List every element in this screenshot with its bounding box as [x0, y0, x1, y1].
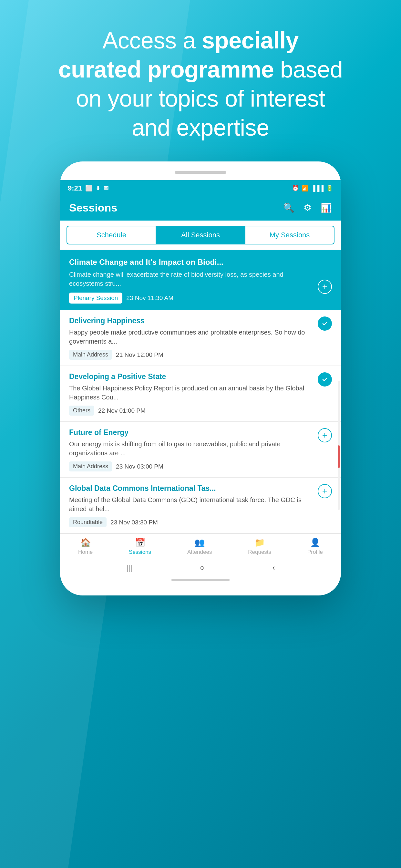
session-4-desc: Our energy mix is shifting from oil to g… — [69, 439, 314, 458]
tab-schedule[interactable]: Schedule — [66, 226, 156, 244]
session-2-meta: Main Address 21 Nov 12:00 PM — [69, 350, 314, 360]
app-header: Sessions 🔍 ⚙ 📊 — [60, 196, 341, 221]
session-4-title: Future of Energy — [69, 428, 314, 437]
alarm-icon: ⏰ — [292, 185, 299, 192]
hero-specially: specially — [202, 27, 299, 53]
nav-attendees[interactable]: 👥 Attendees — [187, 538, 212, 555]
attendees-nav-icon: 👥 — [194, 538, 205, 548]
session-item-4[interactable]: Future of Energy Our energy mix is shift… — [60, 422, 341, 477]
hero-based: based — [280, 57, 343, 82]
session-3-title: Developing a Positive State — [69, 372, 314, 381]
session-featured-desc: Climate change will exacerbate the rate … — [69, 270, 318, 288]
filter-icon[interactable]: ⚙ — [304, 203, 312, 213]
message-icon: ✉ — [104, 185, 109, 192]
search-icon[interactable]: 🔍 — [283, 203, 295, 213]
hero-line1: Access a — [102, 27, 202, 53]
session-5-add-button[interactable]: + — [318, 484, 332, 498]
scroll-indicator — [338, 381, 340, 510]
session-featured-date: 23 Nov 11:30 AM — [126, 294, 174, 302]
session-5-title: Global Data Commons International Tas... — [69, 484, 314, 493]
battery-icon: ⬜ — [85, 185, 92, 192]
session-3-check-button[interactable] — [318, 372, 332, 386]
nav-profile[interactable]: 👤 Profile — [307, 538, 323, 555]
home-indicator — [172, 579, 229, 581]
requests-nav-label: Requests — [248, 549, 271, 555]
nav-requests[interactable]: 📁 Requests — [248, 538, 271, 555]
download-icon: ⬇ — [96, 185, 100, 192]
session-4-date: 23 Nov 03:00 PM — [116, 463, 163, 470]
status-right: ⏰ 📶 ▐▐▐ 🔋 — [292, 185, 333, 192]
session-item-2[interactable]: Delivering Happiness Happy people make p… — [60, 310, 341, 366]
signal-icon: ▐▐▐ — [311, 185, 323, 192]
android-back-button[interactable]: ‹ — [272, 563, 275, 572]
sessions-nav-icon: 📅 — [135, 538, 145, 548]
home-nav-icon: 🏠 — [81, 538, 91, 548]
session-5-date: 23 Nov 03:30 PM — [111, 519, 158, 526]
profile-nav-icon: 👤 — [310, 538, 320, 548]
tabs-container: Schedule All Sessions My Sessions — [60, 221, 341, 250]
session-2-title: Delivering Happiness — [69, 316, 314, 325]
battery-full-icon: 🔋 — [326, 185, 333, 192]
attendees-nav-label: Attendees — [187, 549, 212, 555]
svg-point-0 — [321, 320, 328, 327]
hero-curated: curated programme — [58, 57, 274, 82]
session-2-date: 21 Nov 12:00 PM — [116, 351, 163, 359]
session-3-date: 22 Nov 01:00 PM — [98, 407, 146, 414]
session-2-check-button[interactable] — [318, 316, 332, 331]
session-featured-add-button[interactable]: + — [318, 280, 332, 294]
session-item-featured[interactable]: Climate Change and It's Impact on Biodi.… — [60, 250, 341, 310]
sessions-list: Climate Change and It's Impact on Biodi.… — [60, 250, 341, 533]
status-left: 9:21 ⬜ ⬇ ✉ — [68, 184, 109, 192]
session-5-desc: Meeting of the Global Data Commons (GDC)… — [69, 495, 314, 514]
session-5-badge: Roundtable — [69, 517, 106, 527]
session-2-desc: Happy people make productive communities… — [69, 328, 314, 346]
header-actions: 🔍 ⚙ 📊 — [283, 203, 332, 213]
nav-home[interactable]: 🏠 Home — [78, 538, 93, 555]
session-featured-meta: Plenary Session 23 Nov 11:30 AM — [69, 292, 318, 304]
android-home-button[interactable]: ○ — [200, 563, 205, 572]
session-2-badge: Main Address — [69, 350, 112, 360]
hero-section: Access a specially curated programme bas… — [33, 0, 369, 161]
session-featured-title: Climate Change and It's Impact on Biodi.… — [69, 258, 332, 267]
status-time: 9:21 — [68, 184, 82, 192]
session-5-meta: Roundtable 23 Nov 03:30 PM — [69, 517, 314, 527]
status-bar: 9:21 ⬜ ⬇ ✉ ⏰ 📶 ▐▐▐ 🔋 — [60, 180, 341, 196]
profile-nav-label: Profile — [307, 549, 323, 555]
app-title: Sessions — [69, 202, 117, 214]
hero-expertise: and expertise — [132, 115, 269, 141]
sessions-nav-label: Sessions — [129, 549, 151, 555]
requests-nav-icon: 📁 — [254, 538, 265, 548]
session-3-desc: The Global Happiness Policy Report is pr… — [69, 383, 314, 402]
hero-topics: on your topics of interest — [76, 86, 325, 112]
home-nav-label: Home — [78, 549, 93, 555]
session-item-3[interactable]: Developing a Positive State The Global H… — [60, 366, 341, 422]
android-navigation: ||| ○ ‹ — [60, 558, 341, 576]
chart-icon[interactable]: 📊 — [320, 203, 332, 213]
session-4-add-button[interactable]: + — [318, 428, 332, 442]
tab-all-sessions[interactable]: All Sessions — [156, 226, 245, 244]
nav-sessions[interactable]: 📅 Sessions — [129, 538, 151, 555]
session-4-meta: Main Address 23 Nov 03:00 PM — [69, 461, 314, 471]
svg-point-1 — [321, 376, 328, 383]
session-featured-badge: Plenary Session — [69, 292, 122, 304]
session-3-badge: Others — [69, 406, 94, 415]
wifi-icon: 📶 — [302, 185, 309, 192]
session-item-5[interactable]: Global Data Commons International Tas...… — [60, 477, 341, 533]
phone-mockup: 9:21 ⬜ ⬇ ✉ ⏰ 📶 ▐▐▐ 🔋 Sessions 🔍 ⚙ 📊 Sche… — [60, 161, 341, 595]
session-3-meta: Others 22 Nov 01:00 PM — [69, 406, 314, 415]
session-4-badge: Main Address — [69, 461, 112, 471]
android-recent-button[interactable]: ||| — [126, 563, 132, 572]
tab-my-sessions[interactable]: My Sessions — [245, 226, 335, 244]
bottom-navigation: 🏠 Home 📅 Sessions 👥 Attendees 📁 Requests… — [60, 533, 341, 558]
phone-notch — [175, 171, 226, 174]
